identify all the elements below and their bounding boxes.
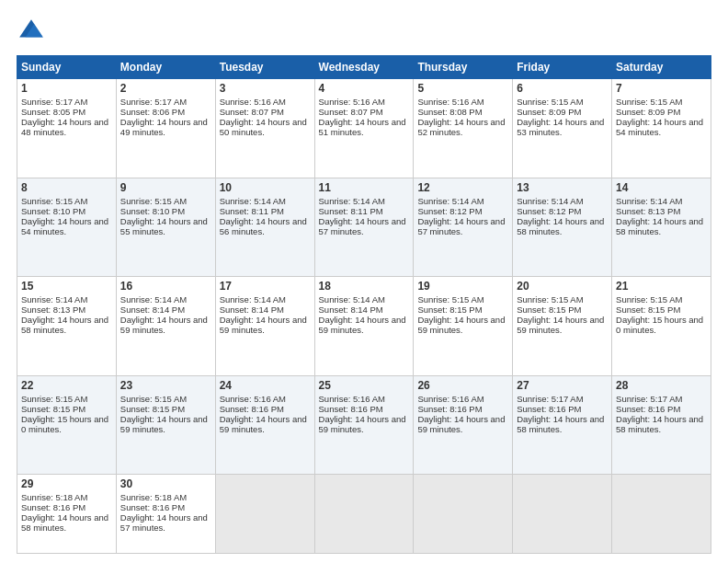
- calendar-cell: 9Sunrise: 5:15 AMSunset: 8:10 PMDaylight…: [116, 178, 215, 277]
- header: [17, 17, 711, 46]
- day-number: 8: [21, 181, 112, 194]
- calendar-cell: 29Sunrise: 5:18 AMSunset: 8:16 PMDayligh…: [17, 475, 117, 554]
- day-number: 6: [517, 82, 608, 95]
- week-row-4: 22Sunrise: 5:15 AMSunset: 8:15 PMDayligh…: [17, 375, 711, 475]
- calendar-cell: 25Sunrise: 5:16 AMSunset: 8:16 PMDayligh…: [314, 375, 414, 475]
- calendar-cell: 4Sunrise: 5:16 AMSunset: 8:07 PMDaylight…: [314, 79, 414, 178]
- week-row-1: 1Sunrise: 5:17 AMSunset: 8:05 PMDaylight…: [17, 79, 711, 178]
- calendar-cell: 7Sunrise: 5:15 AMSunset: 8:09 PMDaylight…: [612, 79, 711, 178]
- calendar-cell: 26Sunrise: 5:16 AMSunset: 8:16 PMDayligh…: [414, 375, 513, 475]
- day-number: 15: [21, 280, 112, 293]
- day-number: 9: [120, 181, 211, 194]
- day-number: 16: [120, 280, 211, 293]
- day-info: Sunrise: 5:14 AMSunset: 8:14 PMDaylight:…: [120, 294, 208, 335]
- day-info: Sunrise: 5:16 AMSunset: 8:16 PMDaylight:…: [220, 394, 307, 434]
- weekday-thursday: Thursday: [414, 56, 513, 79]
- day-info: Sunrise: 5:16 AMSunset: 8:16 PMDaylight:…: [319, 394, 406, 434]
- day-number: 17: [220, 280, 311, 293]
- calendar-cell: 17Sunrise: 5:14 AMSunset: 8:14 PMDayligh…: [215, 277, 314, 376]
- weekday-monday: Monday: [116, 56, 215, 79]
- calendar-cell: [513, 475, 612, 554]
- calendar-cell: 20Sunrise: 5:15 AMSunset: 8:15 PMDayligh…: [513, 277, 612, 376]
- day-info: Sunrise: 5:15 AMSunset: 8:15 PMDaylight:…: [417, 294, 505, 335]
- calendar-cell: 3Sunrise: 5:16 AMSunset: 8:07 PMDaylight…: [215, 79, 314, 178]
- day-info: Sunrise: 5:15 AMSunset: 8:10 PMDaylight:…: [21, 196, 108, 236]
- calendar-cell: 10Sunrise: 5:14 AMSunset: 8:11 PMDayligh…: [215, 178, 314, 277]
- day-number: 28: [616, 379, 707, 392]
- calendar-cell: 11Sunrise: 5:14 AMSunset: 8:11 PMDayligh…: [314, 178, 414, 277]
- day-info: Sunrise: 5:17 AMSunset: 8:05 PMDaylight:…: [21, 97, 108, 137]
- weekday-header-row: SundayMondayTuesdayWednesdayThursdayFrid…: [17, 56, 711, 79]
- day-number: 19: [417, 280, 508, 293]
- day-number: 23: [120, 379, 211, 392]
- page: SundayMondayTuesdayWednesdayThursdayFrid…: [0, 0, 728, 563]
- day-number: 29: [21, 477, 112, 490]
- weekday-wednesday: Wednesday: [314, 56, 414, 79]
- day-info: Sunrise: 5:15 AMSunset: 8:15 PMDaylight:…: [517, 294, 604, 335]
- day-info: Sunrise: 5:17 AMSunset: 8:16 PMDaylight:…: [517, 394, 604, 434]
- day-info: Sunrise: 5:15 AMSunset: 8:09 PMDaylight:…: [517, 97, 604, 137]
- day-info: Sunrise: 5:14 AMSunset: 8:12 PMDaylight:…: [417, 196, 505, 236]
- calendar-cell: 2Sunrise: 5:17 AMSunset: 8:06 PMDaylight…: [116, 79, 215, 178]
- calendar-cell: 23Sunrise: 5:15 AMSunset: 8:15 PMDayligh…: [116, 375, 215, 475]
- calendar-cell: 14Sunrise: 5:14 AMSunset: 8:13 PMDayligh…: [612, 178, 711, 277]
- calendar-cell: 1Sunrise: 5:17 AMSunset: 8:05 PMDaylight…: [17, 79, 117, 178]
- day-info: Sunrise: 5:14 AMSunset: 8:12 PMDaylight:…: [517, 196, 604, 236]
- day-info: Sunrise: 5:17 AMSunset: 8:16 PMDaylight:…: [616, 394, 703, 434]
- calendar-cell: [612, 475, 711, 554]
- calendar-cell: 15Sunrise: 5:14 AMSunset: 8:13 PMDayligh…: [17, 277, 117, 376]
- day-number: 30: [120, 477, 211, 490]
- day-number: 12: [417, 181, 508, 194]
- day-number: 18: [319, 280, 410, 293]
- day-number: 7: [616, 82, 707, 95]
- day-info: Sunrise: 5:14 AMSunset: 8:11 PMDaylight:…: [220, 196, 307, 236]
- day-info: Sunrise: 5:18 AMSunset: 8:16 PMDaylight:…: [120, 492, 208, 533]
- day-number: 25: [319, 379, 410, 392]
- day-number: 22: [21, 379, 112, 392]
- day-number: 4: [319, 82, 410, 95]
- calendar-cell: 21Sunrise: 5:15 AMSunset: 8:15 PMDayligh…: [612, 277, 711, 376]
- day-number: 26: [417, 379, 508, 392]
- day-info: Sunrise: 5:16 AMSunset: 8:07 PMDaylight:…: [319, 97, 406, 137]
- weekday-friday: Friday: [513, 56, 612, 79]
- weekday-saturday: Saturday: [612, 56, 711, 79]
- day-info: Sunrise: 5:17 AMSunset: 8:06 PMDaylight:…: [120, 97, 208, 137]
- day-number: 1: [21, 82, 112, 95]
- day-number: 2: [120, 82, 211, 95]
- calendar-cell: 28Sunrise: 5:17 AMSunset: 8:16 PMDayligh…: [612, 375, 711, 475]
- calendar-cell: 19Sunrise: 5:15 AMSunset: 8:15 PMDayligh…: [414, 277, 513, 376]
- day-info: Sunrise: 5:15 AMSunset: 8:15 PMDaylight:…: [21, 394, 108, 434]
- day-info: Sunrise: 5:14 AMSunset: 8:14 PMDaylight:…: [220, 294, 307, 335]
- day-info: Sunrise: 5:18 AMSunset: 8:16 PMDaylight:…: [21, 492, 108, 533]
- calendar-cell: 8Sunrise: 5:15 AMSunset: 8:10 PMDaylight…: [17, 178, 117, 277]
- day-number: 27: [517, 379, 608, 392]
- week-row-3: 15Sunrise: 5:14 AMSunset: 8:13 PMDayligh…: [17, 277, 711, 376]
- weekday-sunday: Sunday: [17, 56, 117, 79]
- logo-icon: [17, 17, 46, 46]
- day-number: 21: [616, 280, 707, 293]
- calendar-cell: 27Sunrise: 5:17 AMSunset: 8:16 PMDayligh…: [513, 375, 612, 475]
- weekday-tuesday: Tuesday: [215, 56, 314, 79]
- week-row-2: 8Sunrise: 5:15 AMSunset: 8:10 PMDaylight…: [17, 178, 711, 277]
- day-info: Sunrise: 5:16 AMSunset: 8:07 PMDaylight:…: [220, 97, 307, 137]
- calendar-cell: 18Sunrise: 5:14 AMSunset: 8:14 PMDayligh…: [314, 277, 414, 376]
- calendar-cell: 12Sunrise: 5:14 AMSunset: 8:12 PMDayligh…: [414, 178, 513, 277]
- calendar-cell: [215, 475, 314, 554]
- calendar-cell: 6Sunrise: 5:15 AMSunset: 8:09 PMDaylight…: [513, 79, 612, 178]
- day-number: 14: [616, 181, 707, 194]
- day-number: 11: [319, 181, 410, 194]
- calendar-cell: 22Sunrise: 5:15 AMSunset: 8:15 PMDayligh…: [17, 375, 117, 475]
- week-row-5: 29Sunrise: 5:18 AMSunset: 8:16 PMDayligh…: [17, 475, 711, 554]
- calendar-cell: 5Sunrise: 5:16 AMSunset: 8:08 PMDaylight…: [414, 79, 513, 178]
- calendar-cell: 13Sunrise: 5:14 AMSunset: 8:12 PMDayligh…: [513, 178, 612, 277]
- day-number: 10: [220, 181, 311, 194]
- day-info: Sunrise: 5:14 AMSunset: 8:11 PMDaylight:…: [319, 196, 406, 236]
- calendar-cell: 30Sunrise: 5:18 AMSunset: 8:16 PMDayligh…: [116, 475, 215, 554]
- calendar-cell: 24Sunrise: 5:16 AMSunset: 8:16 PMDayligh…: [215, 375, 314, 475]
- calendar-table: SundayMondayTuesdayWednesdayThursdayFrid…: [17, 55, 711, 554]
- day-number: 5: [417, 82, 508, 95]
- calendar-cell: [314, 475, 414, 554]
- day-info: Sunrise: 5:15 AMSunset: 8:15 PMDaylight:…: [616, 294, 703, 335]
- day-info: Sunrise: 5:14 AMSunset: 8:13 PMDaylight:…: [616, 196, 703, 236]
- day-info: Sunrise: 5:15 AMSunset: 8:09 PMDaylight:…: [616, 97, 703, 137]
